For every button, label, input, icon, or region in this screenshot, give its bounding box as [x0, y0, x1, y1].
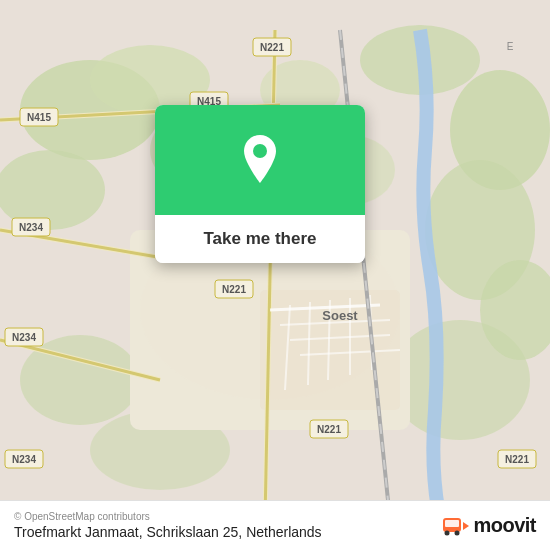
svg-text:N221: N221 [260, 42, 284, 53]
svg-text:N234: N234 [12, 332, 36, 343]
osm-attribution: © OpenStreetMap contributors [14, 511, 322, 522]
svg-text:N415: N415 [27, 112, 51, 123]
svg-point-60 [455, 530, 460, 535]
svg-marker-61 [463, 522, 469, 530]
svg-text:N221: N221 [317, 424, 341, 435]
map-svg: N221 N415 N415 N234 N234 N234 N221 N221 [0, 0, 550, 550]
popup-pointer [250, 261, 270, 263]
bottom-bar: © OpenStreetMap contributors Troefmarkt … [0, 500, 550, 550]
moovit-wordmark: moovit [473, 514, 536, 537]
map-container: N221 N415 N415 N234 N234 N234 N221 N221 [0, 0, 550, 550]
moovit-bus-icon [441, 512, 469, 540]
svg-text:E: E [507, 41, 514, 52]
location-pin-icon [238, 133, 282, 187]
svg-point-56 [253, 144, 267, 158]
svg-text:N234: N234 [19, 222, 43, 233]
svg-point-59 [445, 530, 450, 535]
svg-rect-58 [445, 520, 459, 527]
moovit-logo: moovit [441, 512, 536, 540]
location-name: Troefmarkt Janmaat, Schrikslaan 25, Neth… [14, 524, 322, 540]
take-me-there-button[interactable]: Take me there [155, 215, 365, 263]
svg-text:N221: N221 [505, 454, 529, 465]
popup-top [155, 105, 365, 215]
svg-text:N234: N234 [12, 454, 36, 465]
svg-text:N221: N221 [222, 284, 246, 295]
popup-card: Take me there [155, 105, 365, 263]
svg-text:Soest: Soest [322, 308, 358, 323]
bottom-left: © OpenStreetMap contributors Troefmarkt … [14, 511, 322, 540]
